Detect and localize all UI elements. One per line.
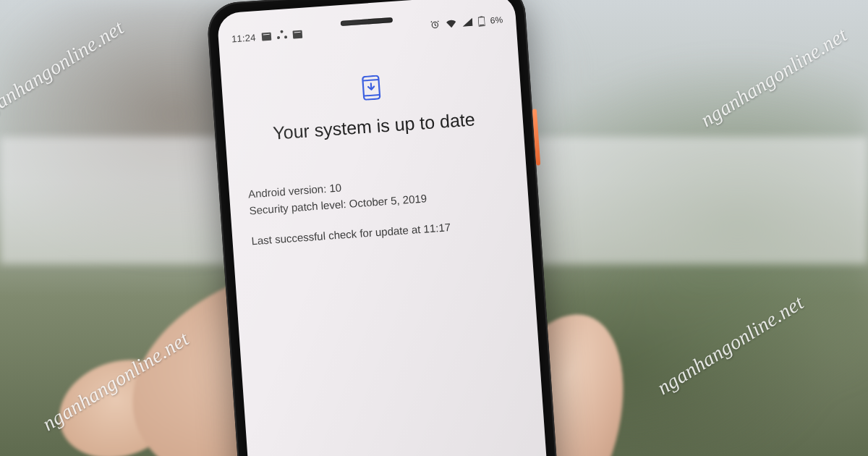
signal-icon (462, 17, 473, 27)
photo-scene: 11:24 (0, 0, 868, 456)
system-update-panel: Your system is up to date Android versio… (221, 51, 530, 251)
wifi-icon (446, 19, 457, 28)
alarm-icon (430, 19, 441, 30)
phone-screen[interactable]: 11:24 (217, 0, 551, 456)
battery-icon (477, 16, 485, 27)
status-time: 11:24 (231, 32, 257, 44)
system-update-icon (240, 67, 501, 109)
svg-rect-3 (479, 25, 484, 26)
phone: 11:24 (206, 0, 562, 456)
mail-icon (292, 30, 302, 38)
svg-line-5 (363, 80, 379, 81)
svg-line-6 (364, 95, 380, 96)
svg-rect-2 (480, 16, 482, 17)
battery-percent: 6% (490, 14, 503, 25)
mail-icon (261, 32, 271, 41)
update-title: Your system is up to date (243, 107, 504, 146)
dots-icon (276, 30, 287, 41)
